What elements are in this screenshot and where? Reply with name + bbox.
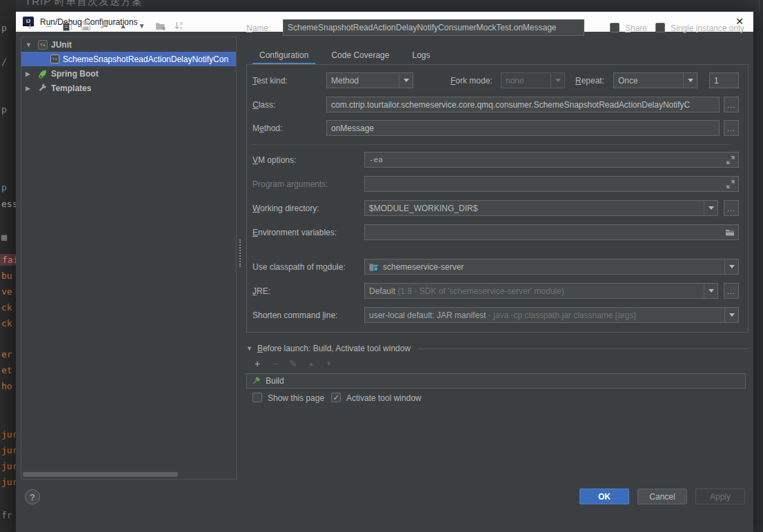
svg-text:a: a <box>180 21 183 26</box>
run-debug-configurations-dialog: IJ Run/Debug Configurations ✕ + − ▲ ▼ az… <box>16 12 753 532</box>
tab-code-coverage[interactable]: Code Coverage <box>324 46 396 64</box>
repeat-count-input[interactable]: 1 <box>709 72 739 88</box>
fork-mode-dropdown[interactable]: none <box>501 72 565 88</box>
expand-field-icon[interactable] <box>726 180 735 190</box>
edit-defaults-wrench-icon[interactable] <box>95 18 114 33</box>
name-input[interactable]: SchemeSnapshotReadActionDelayNotifyConsu… <box>283 19 584 36</box>
chevron-down-icon <box>724 259 738 274</box>
test-kind-dropdown[interactable]: Method <box>326 72 413 88</box>
build-hammer-icon <box>251 376 261 386</box>
show-this-page-label: Show this page <box>268 393 324 403</box>
add-task-button[interactable]: + <box>248 357 266 371</box>
chevron-down-icon <box>724 308 738 322</box>
share-label: Share <box>625 23 647 33</box>
working-directory-combo[interactable]: $MODULE_WORKING_DIR$ <box>364 200 718 216</box>
method-input[interactable]: onMessage <box>326 120 720 136</box>
name-label: Name: <box>246 23 270 33</box>
chevron-down-icon <box>704 284 717 298</box>
fork-mode-label: Fork mode: <box>450 76 493 86</box>
activate-tool-window-checkbox[interactable]: ✓ <box>331 393 341 402</box>
show-this-page-checkbox[interactable]: ✓ <box>252 393 262 402</box>
class-input[interactable]: com.ctrip.tourtailor.schemeservice.core.… <box>326 97 720 112</box>
activate-tool-window-label: Activate tool window <box>346 393 422 403</box>
environment-variables-input[interactable] <box>364 224 739 240</box>
tree-item-label: SchemeSnapshotReadActionDelayNotifyCon <box>63 55 228 64</box>
junit-icon <box>50 55 59 63</box>
tree-horizontal-scrollbar[interactable] <box>23 472 178 477</box>
share-checkbox[interactable]: ✓ <box>610 23 620 32</box>
new-folder-icon[interactable] <box>151 18 170 33</box>
browse-jre-button[interactable]: ... <box>724 283 739 299</box>
shorten-command-line-label: Shorten command line: <box>252 311 337 320</box>
section-rule <box>417 348 747 349</box>
module-icon <box>369 262 378 271</box>
chevron-collapsed-icon[interactable]: ▶ <box>26 85 32 92</box>
repeat-label: Repeat: <box>575 76 604 86</box>
expand-field-icon[interactable] <box>726 156 735 166</box>
shorten-command-line-combo[interactable]: user-local default: JAR manifest - java … <box>364 307 739 323</box>
move-down-icon[interactable]: ▼ <box>132 18 151 33</box>
panel-splitter-handle[interactable] <box>239 239 241 267</box>
ok-button[interactable]: OK <box>579 489 629 504</box>
chevron-down-icon <box>683 73 697 88</box>
sort-alphabetically-icon[interactable]: az <box>170 18 188 33</box>
edit-task-pencil-icon[interactable]: ✎ <box>284 357 302 371</box>
browse-method-button[interactable]: ... <box>724 120 739 136</box>
junit-icon <box>38 40 48 50</box>
tree-item-label: JUnit <box>51 40 72 50</box>
cancel-button[interactable]: Cancel <box>637 489 687 504</box>
single-instance-label: Single instance only <box>671 23 744 33</box>
vm-options-label: VM options: <box>252 155 296 165</box>
program-arguments-label: Program arguments: <box>252 179 328 189</box>
background-divider <box>759 0 760 12</box>
add-configuration-button[interactable]: + <box>21 18 39 33</box>
jre-combo[interactable]: Default (1.8 - SDK of 'schemeservice-ser… <box>364 283 718 299</box>
tree-item-junit[interactable]: ▼ JUnit <box>21 37 236 52</box>
configuration-form: Test kind: Method Fork mode: none Repeat… <box>246 64 749 333</box>
apply-button[interactable]: Apply <box>695 489 745 504</box>
single-instance-checkbox[interactable]: ✓ <box>655 23 665 32</box>
chevron-down-icon <box>399 73 413 88</box>
tab-configuration[interactable]: Configuration <box>252 46 315 64</box>
before-launch-toolbar: + − ✎ ▲ ▼ <box>248 357 338 371</box>
tree-item-templates[interactable]: ▶ Templates <box>21 81 236 95</box>
svg-text:z: z <box>180 26 182 30</box>
before-launch-task-build[interactable]: Build <box>246 373 746 388</box>
test-kind-label: Test kind: <box>252 76 288 86</box>
tree-item-spring-boot[interactable]: ▶ Spring Boot <box>21 66 236 81</box>
chevron-expanded-icon[interactable]: ▼ <box>26 41 32 48</box>
chevron-collapsed-icon[interactable]: ▶ <box>26 70 32 77</box>
templates-wrench-icon <box>38 83 48 93</box>
use-classpath-label: Use classpath of module: <box>252 262 346 272</box>
environment-variables-label: Environment variables: <box>252 228 337 237</box>
configurations-tree: ▼ JUnit SchemeSnapshotReadActionDelayNot… <box>21 37 237 480</box>
browse-folder-icon[interactable] <box>725 228 735 239</box>
browse-working-directory-button[interactable]: ... <box>724 200 739 216</box>
class-label: Class: <box>252 100 275 110</box>
tab-logs[interactable]: Logs <box>405 46 437 64</box>
tree-toolbar: + − ▲ ▼ az <box>21 17 188 35</box>
chevron-down-icon <box>551 73 564 88</box>
working-directory-label: Working directory: <box>252 204 319 213</box>
use-classpath-combo[interactable]: schemeservice-server <box>364 259 739 275</box>
method-label: Method: <box>252 124 282 133</box>
program-arguments-input[interactable] <box>364 176 739 192</box>
vm-options-input[interactable]: -ea <box>364 152 739 168</box>
help-button[interactable]: ? <box>25 489 40 504</box>
browse-class-button[interactable]: ... <box>724 97 739 112</box>
before-launch-header[interactable]: ▼ Before launch: Build, Activate tool wi… <box>246 344 747 353</box>
section-collapse-icon[interactable]: ▼ <box>246 345 252 352</box>
spring-boot-icon <box>38 69 48 79</box>
repeat-dropdown[interactable]: Once <box>613 72 697 88</box>
remove-configuration-button[interactable]: − <box>39 18 58 33</box>
move-task-up-icon[interactable]: ▲ <box>302 357 320 371</box>
move-up-icon[interactable]: ▲ <box>114 18 132 33</box>
configuration-tabs: Configuration Code Coverage Logs <box>252 46 446 64</box>
move-task-down-icon[interactable]: ▼ <box>320 357 338 371</box>
form-separator <box>252 144 733 145</box>
tree-item-selected-configuration[interactable]: SchemeSnapshotReadActionDelayNotifyCon <box>21 52 236 66</box>
copy-configuration-icon[interactable] <box>58 18 77 33</box>
background-editor-text: TRIP 时单首次发送方案 <box>25 0 143 8</box>
remove-task-button[interactable]: − <box>266 357 284 371</box>
save-configuration-icon[interactable] <box>77 18 95 33</box>
